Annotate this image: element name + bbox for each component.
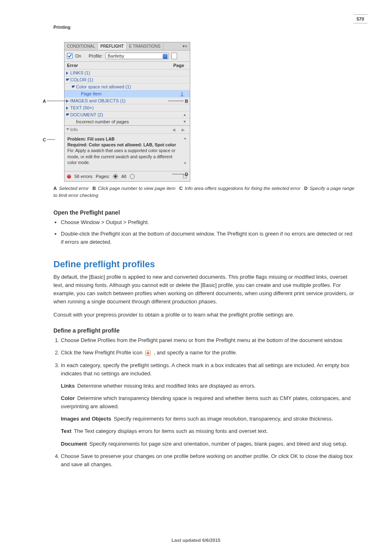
trash-icon[interactable] [182,173,187,179]
heading-define-a-profile: Define a preflight profile [53,327,355,334]
info-scrollbar[interactable]: ▲ ▼ [183,136,187,166]
page-footer: Last updated 6/6/2015 [0,538,392,543]
pages-range-radio[interactable] [130,174,135,179]
row-color[interactable]: COLOR (1) [65,76,190,83]
error-list-header: Error Page [65,62,190,69]
row-images-label: IMAGES and OBJECTS (1) [70,98,125,103]
info-label: Info [70,127,78,132]
tab-preflight[interactable]: PREFLIGHT [98,43,127,50]
row-links-label: LINKS (1) [70,70,90,75]
row-color-space[interactable]: Color space not allowed (1) [65,83,190,90]
info-fix: Fix: Apply a swatch that uses a supporte… [67,148,175,164]
row-document[interactable]: DOCUMENT (2) ▲ [65,111,190,118]
row-text[interactable]: TEXT (50+) [65,104,190,111]
embed-profile-icon[interactable] [171,53,177,59]
info-required: Required: Color spaces not allowed: LAB,… [67,142,176,147]
scroll-up-icon[interactable]: ▲ [183,113,187,117]
tab-conditional[interactable]: CONDITIONAL [65,43,98,50]
row-text-label: TEXT (50+) [70,105,94,110]
open-bullet-2: Double-click the Preflight icon at the b… [61,230,355,246]
header-error-col: Error [67,63,78,68]
scroll-down-icon[interactable]: ▼ [183,120,187,124]
open-bullet-1: Choose Window > Output > Preflight. [61,218,355,227]
page-number: 570 [353,14,367,23]
header-page-col: Page [173,63,187,68]
heading-open-preflight: Open the Preflight panel [53,209,355,216]
page-item-page-link[interactable]: 1 [181,91,187,96]
def-links: LinksDetermine whether missing links and… [61,382,355,390]
row-document-label: DOCUMENT (2) [70,112,103,117]
step-3: In each category, specify the preflight … [61,361,355,448]
row-color-label: COLOR (1) [70,77,93,82]
on-label: On [75,53,81,58]
def-images: Images and ObjectsSpecify requirements f… [61,415,355,423]
panel-menu-icon[interactable]: ▾≡ [180,42,190,50]
row-page-item[interactable]: Page Item 1 [65,90,190,97]
profile-select[interactable]: Bartleby [105,53,169,59]
preflight-panel: CONDITIONAL PREFLIGHT E TRANSITIONS ▾≡ O… [64,42,190,182]
step-2: Click the New Preflight Profile icon , a… [61,349,355,357]
info-body: Problem: Fill uses LAB Required: Color s… [65,134,190,168]
def-text: TextThe Text category displays errors fo… [61,427,355,435]
new-profile-plus-icon [145,350,151,356]
preflight-status-bar: 58 errors Pages: All [65,171,190,181]
callout-c: C [43,137,46,142]
error-count: 58 errors [74,174,92,179]
callout-a: A [43,99,46,104]
on-checkbox[interactable] [67,53,73,59]
heading-define-profiles: Define preflight profiles [53,259,355,270]
step-4: Choose Save to preserve your changes on … [61,452,355,469]
def-document: DocumentSpecify requirements for page si… [61,440,355,448]
pages-all-radio[interactable] [113,174,118,179]
row-images[interactable]: IMAGES and OBJECTS (1) [65,97,190,104]
panel-tabs: CONDITIONAL PREFLIGHT E TRANSITIONS ▾≡ [65,42,190,51]
tab-transitions[interactable]: E TRANSITIONS [127,43,164,50]
def-color: ColorDetermine which transparency blendi… [61,394,355,411]
info-nav-arrows[interactable]: ◀ ▶ [172,127,187,132]
pages-all-label: All [121,174,126,179]
profile-label: Profile: [89,53,103,58]
error-status-icon [67,174,71,178]
chapter-heading: Printing [53,25,355,30]
pages-label: Pages: [96,174,110,179]
row-page-item-label: Page Item [81,91,101,96]
define-p2: Consult with your prepress provider to o… [53,311,355,319]
info-problem: Problem: Fill uses LAB [67,136,115,141]
svg-rect-0 [183,175,187,178]
figure-caption: A Selected error B Click page number to … [53,185,355,199]
row-links[interactable]: LINKS (1) [65,69,190,76]
row-doc-pages-label: Incorrect number of pages [76,119,129,124]
step-1: Choose Define Profiles from the Prefligh… [61,336,355,345]
row-doc-pages[interactable]: Incorrect number of pages ▼ [65,118,190,125]
info-header[interactable]: Info ◀ ▶ [65,125,190,134]
row-color-space-label: Color space not allowed (1) [76,84,131,89]
define-p1: By default, the [Basic] profile is appli… [53,273,355,306]
preflight-profile-row: On Profile: Bartleby [65,51,190,62]
